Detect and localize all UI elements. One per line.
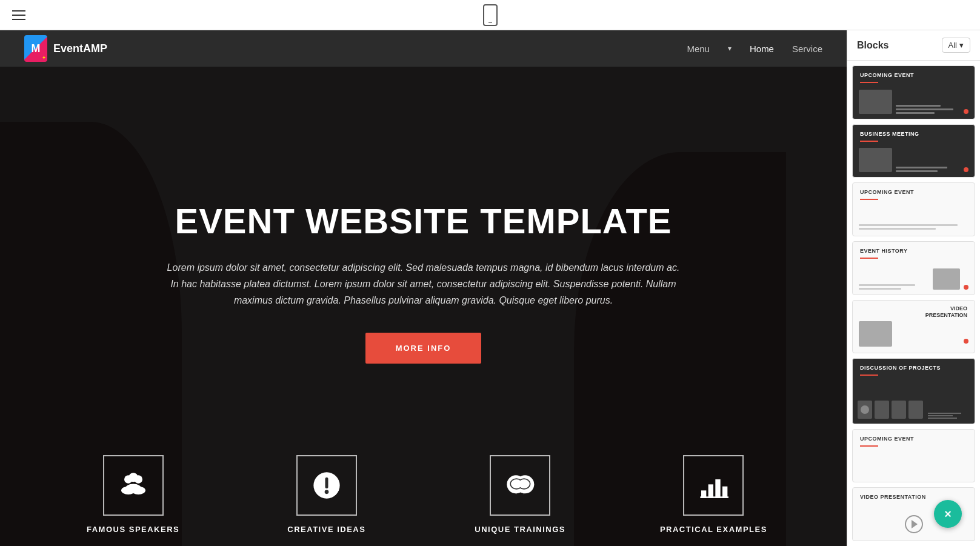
menu-dropdown-arrow: ▾ bbox=[728, 44, 732, 53]
block-card-video-presentation-light[interactable]: VIDEOPRESENTATION bbox=[852, 300, 975, 354]
hamburger-menu[interactable] bbox=[12, 10, 25, 20]
canvas-area: M EventAMP Menu ▾ Home Service bbox=[0, 30, 847, 546]
block-card-title-5: VIDEOPRESENTATION bbox=[925, 305, 967, 319]
block-thumb-4 bbox=[933, 268, 960, 290]
block-line-1a bbox=[896, 105, 941, 107]
blocks-title: Blocks bbox=[857, 40, 888, 51]
speakers-icon bbox=[118, 470, 148, 501]
block-card-title-1: UPCOMING EVENT bbox=[860, 72, 914, 78]
website-preview: M EventAMP Menu ▾ Home Service bbox=[0, 30, 847, 546]
block-card-content-7: UPCOMING EVENT bbox=[853, 430, 975, 482]
mobile-preview-icon[interactable] bbox=[483, 4, 498, 26]
logo-text: EventAMP bbox=[53, 42, 107, 55]
nav-link-service[interactable]: Service bbox=[792, 44, 822, 54]
block-card-business-meeting[interactable]: BUSINESS MEETING bbox=[852, 124, 975, 178]
block-red-line-3 bbox=[860, 199, 878, 200]
main-area: M EventAMP Menu ▾ Home Service bbox=[0, 30, 980, 546]
nav-link-menu[interactable]: Menu bbox=[687, 44, 710, 54]
hero-description: Lorem ipsum dolor sit amet, consectetur … bbox=[166, 259, 681, 309]
block-red-dot-1 bbox=[964, 109, 968, 114]
block-red-line-4 bbox=[860, 258, 878, 259]
block-red-line-6 bbox=[860, 375, 878, 376]
block-thumb-5 bbox=[859, 321, 892, 347]
block-card-content-5: VIDEOPRESENTATION bbox=[853, 301, 975, 353]
block-card-upcoming-event-dark[interactable]: UPCOMING EVENT bbox=[852, 65, 975, 119]
feature-label-speakers: FAMOUS SPEAKERS bbox=[87, 525, 179, 534]
block-card-title-8: VIDEO PRESENTATION bbox=[860, 494, 926, 500]
right-panel: Blocks All ▾ UPCOMING EVENT bbox=[847, 30, 980, 546]
block-card-content-1: UPCOMING EVENT bbox=[853, 66, 975, 119]
svg-point-8 bbox=[325, 490, 329, 494]
block-thumb-2 bbox=[859, 148, 892, 172]
hero-section: EVENT WEBSITE TEMPLATE Lorem ipsum dolor… bbox=[0, 67, 847, 546]
hero-content: EVENT WEBSITE TEMPLATE Lorem ipsum dolor… bbox=[130, 201, 718, 364]
block-card-upcoming-event-light-2[interactable]: UPCOMING EVENT bbox=[852, 429, 975, 483]
block-thumb-1 bbox=[859, 90, 892, 114]
feature-label-trainings: UNIQUE TRAININGS bbox=[475, 525, 565, 534]
block-red-line-1 bbox=[860, 82, 878, 83]
features-row: FAMOUS SPEAKERS CREATIVE IDEAS bbox=[0, 455, 847, 546]
feature-creative-ideas: CREATIVE IDEAS bbox=[230, 455, 423, 546]
ideas-icon-box bbox=[296, 455, 357, 516]
block-line-4a bbox=[859, 284, 915, 286]
svg-rect-25 bbox=[701, 496, 729, 498]
block-line-2b bbox=[896, 170, 938, 172]
block-red-dot-4 bbox=[964, 285, 968, 290]
trainings-icon bbox=[505, 470, 535, 501]
svg-rect-24 bbox=[722, 487, 727, 498]
block-red-dot-5 bbox=[964, 339, 968, 344]
block-card-title-2: BUSINESS MEETING bbox=[860, 131, 919, 137]
feature-label-ideas: CREATIVE IDEAS bbox=[287, 525, 365, 534]
block-card-content-3: UPCOMING EVENT bbox=[853, 183, 975, 236]
block-line-2a bbox=[896, 167, 947, 168]
block-card-title-4: EVENT HISTORY bbox=[860, 248, 908, 254]
block-card-content-6: DISCUSSION OF PROJECTS bbox=[853, 359, 975, 423]
feature-label-examples: PRACTICAL EXAMPLES bbox=[660, 525, 767, 534]
nav-logo: M EventAMP bbox=[24, 35, 107, 62]
svg-rect-7 bbox=[325, 478, 328, 488]
block-card-content-4: EVENT HISTORY bbox=[853, 242, 975, 295]
speakers-icon-box bbox=[103, 455, 164, 516]
block-card-title-6: DISCUSSION OF PROJECTS bbox=[860, 365, 941, 371]
play-icon-8 bbox=[905, 515, 923, 533]
examples-icon-box bbox=[683, 455, 744, 516]
logo-icon: M bbox=[24, 35, 47, 62]
block-card-discussion[interactable]: DISCUSSION OF PROJECTS bbox=[852, 358, 975, 424]
nav-bar: M EventAMP Menu ▾ Home Service bbox=[0, 30, 847, 67]
block-red-line-7 bbox=[860, 445, 878, 447]
feature-unique-trainings: UNIQUE TRAININGS bbox=[424, 455, 617, 546]
blocks-filter-button[interactable]: All ▾ bbox=[942, 38, 970, 53]
block-line-4b bbox=[859, 288, 901, 290]
block-card-event-history[interactable]: EVENT HISTORY bbox=[852, 241, 975, 295]
more-info-button[interactable]: MORE INFO bbox=[365, 333, 482, 364]
svg-point-18 bbox=[519, 479, 530, 488]
block-card-title-7: UPCOMING EVENT bbox=[860, 436, 914, 442]
block-line-1c bbox=[896, 112, 935, 114]
svg-rect-22 bbox=[708, 484, 713, 498]
right-panel-header: Blocks All ▾ bbox=[847, 30, 980, 61]
svg-point-2 bbox=[128, 473, 138, 482]
top-toolbar bbox=[0, 0, 980, 30]
block-red-dot-2 bbox=[964, 167, 968, 172]
trainings-icon-box bbox=[490, 455, 550, 516]
block-line-3b bbox=[859, 228, 936, 230]
hero-title: EVENT WEBSITE TEMPLATE bbox=[166, 201, 681, 241]
feature-practical-examples: PRACTICAL EXAMPLES bbox=[617, 455, 810, 546]
block-line-3a bbox=[859, 224, 958, 226]
svg-rect-23 bbox=[716, 479, 721, 498]
examples-icon bbox=[698, 470, 728, 501]
floating-close-button[interactable]: × bbox=[934, 500, 962, 528]
blocks-list: UPCOMING EVENT BUSIN bbox=[847, 61, 980, 546]
block-red-line-2 bbox=[860, 141, 878, 142]
feature-famous-speakers: FAMOUS SPEAKERS bbox=[36, 455, 230, 546]
nav-links: Menu ▾ Home Service bbox=[687, 44, 822, 54]
ideas-icon bbox=[312, 470, 342, 501]
block-card-title-3: UPCOMING EVENT bbox=[860, 189, 914, 195]
block-line-1b bbox=[896, 108, 953, 110]
nav-link-home[interactable]: Home bbox=[750, 44, 774, 54]
block-card-upcoming-event-light[interactable]: UPCOMING EVENT bbox=[852, 182, 975, 236]
dropdown-arrow: ▾ bbox=[959, 41, 964, 50]
svg-point-5 bbox=[125, 484, 141, 493]
block-card-content-2: BUSINESS MEETING bbox=[853, 125, 975, 178]
